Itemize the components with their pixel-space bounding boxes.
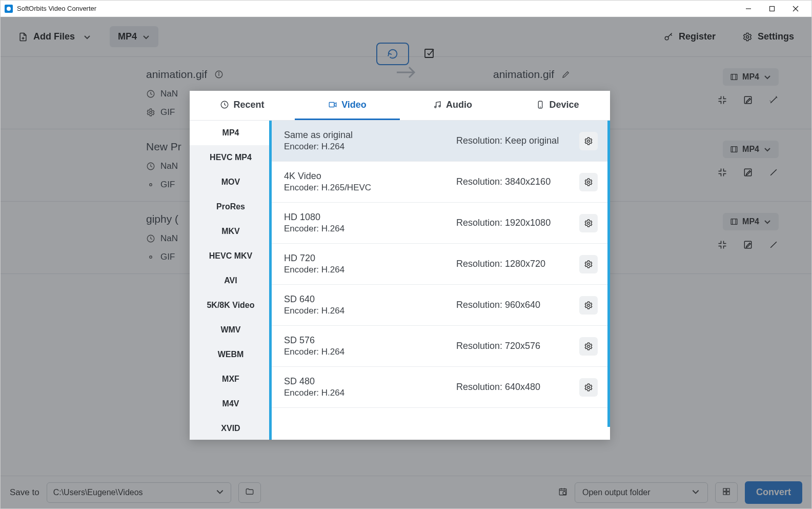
minimize-button[interactable] xyxy=(737,1,760,17)
gear-icon xyxy=(584,342,593,351)
preset-resolution: Resolution: 640x480 xyxy=(456,382,569,393)
tab-device-label: Device xyxy=(549,100,579,110)
app-icon xyxy=(5,5,13,13)
tab-audio-label: Audio xyxy=(446,100,472,110)
maximize-button[interactable] xyxy=(760,1,784,17)
preset-resolution: Resolution: 1920x1080 xyxy=(456,218,569,228)
format-item[interactable]: M4V xyxy=(190,391,272,416)
format-item[interactable]: XVID xyxy=(190,416,272,440)
svg-rect-50 xyxy=(329,103,334,107)
tab-recent[interactable]: Recent xyxy=(190,91,295,120)
preset-row[interactable]: 4K VideoEncoder: H.265/HEVCResolution: 3… xyxy=(272,162,610,203)
format-item[interactable]: MKV xyxy=(190,219,272,244)
tab-video-label: Video xyxy=(341,100,367,110)
preset-settings-button[interactable] xyxy=(579,296,598,315)
preset-encoder: Encoder: H.264 xyxy=(284,265,446,275)
close-button[interactable] xyxy=(784,1,807,17)
gear-icon xyxy=(584,301,593,310)
preset-encoder: Encoder: H.264 xyxy=(284,224,446,234)
preset-settings-button[interactable] xyxy=(579,255,598,273)
preset-title: Same as original xyxy=(284,130,446,141)
format-item[interactable]: HEVC MKV xyxy=(190,244,272,268)
preset-row[interactable]: SD 640Encoder: H.264Resolution: 960x640 xyxy=(272,285,610,326)
svg-point-59 xyxy=(587,263,590,265)
preset-row[interactable]: HD 720Encoder: H.264Resolution: 1280x720 xyxy=(272,244,610,285)
preset-encoder: Encoder: H.264 xyxy=(284,388,446,398)
preset-resolution: Resolution: Keep original xyxy=(456,135,569,146)
preset-title: SD 480 xyxy=(284,376,446,387)
svg-point-62 xyxy=(587,386,590,388)
clock-icon xyxy=(220,100,229,109)
preset-row[interactable]: SD 576Encoder: H.264Resolution: 720x576 xyxy=(272,326,610,367)
tab-recent-label: Recent xyxy=(233,100,264,110)
gear-icon xyxy=(584,260,593,269)
preset-resolution: Resolution: 960x640 xyxy=(456,300,569,310)
preset-title: SD 640 xyxy=(284,294,446,305)
svg-point-57 xyxy=(587,181,590,183)
preset-title: HD 1080 xyxy=(284,212,446,223)
music-icon xyxy=(433,100,442,109)
format-popup: Recent Video Audio Device MP4HEVC MP4MOV… xyxy=(190,91,610,440)
device-icon xyxy=(536,100,545,109)
preset-title: HD 720 xyxy=(284,253,446,264)
preset-title: SD 576 xyxy=(284,335,446,346)
preset-settings-button[interactable] xyxy=(579,378,598,397)
preset-encoder: Encoder: H.264 xyxy=(284,142,446,152)
svg-point-61 xyxy=(587,345,590,347)
preset-resolution: Resolution: 1280x720 xyxy=(456,259,569,269)
gear-icon xyxy=(584,178,593,187)
preset-encoder: Encoder: H.264 xyxy=(284,347,446,357)
preset-settings-button[interactable] xyxy=(579,173,598,191)
svg-point-56 xyxy=(587,140,590,142)
format-item[interactable]: MOV xyxy=(190,170,272,194)
format-item[interactable]: HEVC MP4 xyxy=(190,145,272,170)
gear-icon xyxy=(584,383,593,392)
format-item[interactable]: 5K/8K Video xyxy=(190,293,272,318)
svg-point-60 xyxy=(587,304,590,306)
preset-settings-button[interactable] xyxy=(579,214,598,232)
svg-point-58 xyxy=(587,222,590,224)
tab-video[interactable]: Video xyxy=(295,91,400,120)
gear-icon xyxy=(584,219,593,228)
preset-encoder: Encoder: H.265/HEVC xyxy=(284,183,446,193)
tab-device[interactable]: Device xyxy=(505,91,610,120)
preset-resolution: Resolution: 720x576 xyxy=(456,341,569,351)
preset-title: 4K Video xyxy=(284,171,446,182)
format-item[interactable]: AVI xyxy=(190,268,272,293)
svg-point-53 xyxy=(439,106,440,107)
format-item[interactable]: MP4 xyxy=(190,121,272,145)
svg-point-52 xyxy=(435,106,436,108)
preset-row[interactable]: HD 1080Encoder: H.264Resolution: 1920x10… xyxy=(272,203,610,244)
preset-resolution: Resolution: 3840x2160 xyxy=(456,177,569,187)
preset-encoder: Encoder: H.264 xyxy=(284,306,446,316)
svg-point-0 xyxy=(7,7,11,11)
svg-rect-2 xyxy=(770,6,775,11)
gear-icon xyxy=(584,136,593,146)
format-item[interactable]: ProRes xyxy=(190,194,272,219)
format-item[interactable]: WEBM xyxy=(190,342,272,367)
preset-settings-button[interactable] xyxy=(579,132,598,150)
format-item[interactable]: WMV xyxy=(190,318,272,342)
preset-settings-button[interactable] xyxy=(579,337,598,356)
window-title: SoftOrbits Video Converter xyxy=(17,5,96,12)
tab-audio[interactable]: Audio xyxy=(400,91,505,120)
format-item[interactable]: MXF xyxy=(190,367,272,391)
preset-row[interactable]: SD 480Encoder: H.264Resolution: 640x480 xyxy=(272,367,610,408)
preset-row[interactable]: Same as originalEncoder: H.264Resolution… xyxy=(272,121,610,162)
video-icon xyxy=(328,100,337,109)
